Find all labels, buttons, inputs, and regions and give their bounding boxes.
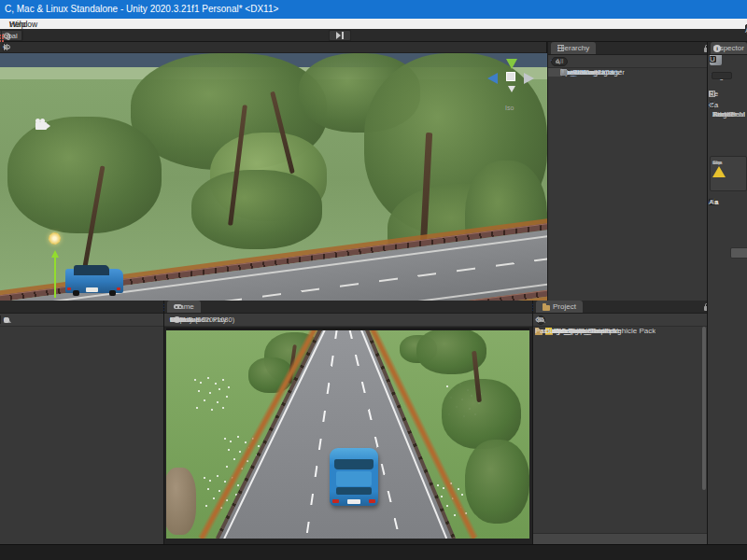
project-panel: Project 14 AssetsAsset_Cars_Simple Vehic…: [533, 301, 707, 544]
car-taillight: [67, 287, 71, 290]
chevron-down-icon: [170, 316, 176, 323]
inspector-tabstrip: Inspector: [708, 42, 747, 55]
object-name-field[interactable]: U: [710, 55, 715, 63]
game-tabstrip: Game: [164, 301, 532, 314]
inspector-body: U Tag Re Ca Render MPixel PeSort OrTarge…: [708, 55, 747, 544]
game-viewport[interactable]: [166, 328, 529, 539]
tab-game[interactable]: Game: [167, 301, 201, 313]
flowers: [446, 385, 448, 387]
globe-icon: [4, 33, 10, 39]
car-windshield: [334, 459, 374, 469]
car-taillight: [332, 499, 339, 503]
car-rear-window: [336, 487, 372, 495]
window-titlebar[interactable]: C, Mac & Linux Standalone - Unity 2020.3…: [0, 0, 747, 19]
warning-text: sup: [712, 159, 722, 166]
game-panel: Game Display 1Full HD (1920x1080)Scale0.…: [164, 301, 533, 544]
snap-grid-button[interactable]: [0, 30, 2, 41]
hierarchy-search-input[interactable]: All: [551, 57, 568, 66]
search-icon: [556, 60, 559, 63]
camera-gizmo-icon[interactable]: [35, 122, 47, 130]
x-axis-cone[interactable]: [524, 73, 534, 84]
car-wheel: [109, 290, 116, 296]
tag-dropdown[interactable]: [712, 72, 732, 79]
hierarchy-tabstrip: Hierarchy: [548, 42, 707, 55]
console-search-input[interactable]: [0, 315, 1, 324]
chevron-down-icon[interactable]: [3, 44, 9, 50]
scene-panel: 0: [0, 42, 547, 301]
menu-bar: Window Help: [0, 19, 747, 29]
gamepad-icon: [174, 304, 182, 309]
scene-toolbar: 0: [0, 42, 546, 53]
hierarchy-tree: Game_BetweenCars*Main CameraWorld 1World…: [548, 68, 707, 301]
tab-project[interactable]: Project: [536, 301, 583, 313]
tree: [191, 170, 322, 249]
item-label: UI: [560, 68, 568, 77]
move-tool-y-handle[interactable]: [54, 257, 56, 298]
scene-viewport[interactable]: Iso: [0, 53, 547, 301]
unity-editor-window: C, Mac & Linux Standalone - Unity 2020.3…: [0, 0, 747, 560]
window-title: C, Mac & Linux Standalone - Unity 2020.3…: [5, 4, 278, 14]
component-canvas[interactable]: Ca: [709, 100, 747, 109]
hierarchy-toolbar: All: [548, 55, 707, 68]
project-item-packages[interactable]: Packages: [533, 327, 537, 335]
inspector-property-additional: Additional: [708, 110, 745, 119]
projection-label[interactable]: Iso: [505, 105, 514, 111]
car-taillight: [369, 499, 375, 503]
orientation-gizmo[interactable]: [486, 55, 538, 102]
window-statusbar: [0, 544, 747, 560]
inspector-panel: Inspector U Tag Re Ca: [707, 42, 747, 544]
global-local-button[interactable]: Global: [0, 30, 22, 41]
flowers: [437, 484, 439, 486]
game-toolbar: Display 1Full HD (1920x1080)Scale0.35xMa…: [164, 314, 532, 327]
console-log-area[interactable]: [0, 327, 163, 544]
main-toolbar: Center Global Preview Packages in Use Ac…: [0, 29, 747, 42]
light-gizmo-icon[interactable]: [49, 232, 61, 245]
shader-warning-box: Shausesup: [710, 156, 747, 191]
component-rect-transform[interactable]: Re: [709, 89, 747, 98]
step-button[interactable]: [329, 30, 351, 41]
component-label: Au: [709, 198, 718, 206]
tree: [465, 440, 529, 524]
console-toolbar: 000: [0, 314, 163, 327]
gizmo-cube[interactable]: [506, 72, 515, 81]
list-icon: [557, 45, 564, 51]
warning-icon: [712, 166, 726, 177]
tab-label: Project: [553, 302, 576, 311]
project-scrollbar[interactable]: [702, 327, 706, 490]
add-component-button[interactable]: [730, 247, 747, 259]
car-roof: [336, 471, 372, 486]
car-plate: [347, 499, 360, 504]
menu-help[interactable]: Help: [9, 20, 25, 29]
car-wheel: [73, 290, 79, 296]
flowers: [224, 438, 226, 440]
tree: [442, 379, 521, 449]
hierarchy-item-ui[interactable]: UI: [548, 68, 562, 77]
hierarchy-panel: Hierarchy All Game_BetweenCars*Main Came…: [548, 42, 707, 301]
project-statusbar: [533, 533, 707, 544]
flowers: [204, 477, 205, 479]
flowers: [194, 379, 196, 381]
inspector-component-au[interactable]: Au: [708, 197, 709, 206]
car-plate: [86, 287, 98, 292]
eye-icon: [536, 317, 543, 322]
rock: [166, 468, 196, 535]
badge-count: 0: [4, 315, 7, 324]
car-taillight: [117, 287, 120, 290]
component-label: Ca: [709, 101, 718, 109]
folder-icon: [543, 305, 550, 311]
scene-car[interactable]: [65, 264, 123, 296]
tab-hierarchy[interactable]: Hierarchy: [551, 42, 596, 54]
tab-inspector[interactable]: Inspector: [711, 42, 747, 54]
y-axis-cone[interactable]: [506, 59, 517, 69]
component-label: Re: [709, 90, 718, 98]
car-window: [74, 265, 109, 275]
game-control-gizmos[interactable]: Gizmos: [166, 314, 174, 327]
hidden-packages-toggle[interactable]: 14: [536, 315, 543, 324]
tree: [7, 117, 162, 233]
z-axis-cone[interactable]: [487, 73, 498, 84]
game-car: [330, 448, 378, 506]
project-tree: AssetsAsset_Cars_Simple Vehicle PackAsse…: [533, 327, 701, 533]
item-label: Packages: [535, 327, 568, 335]
project-tabstrip: Project: [533, 301, 707, 314]
project-toolbar: 14: [533, 314, 707, 327]
